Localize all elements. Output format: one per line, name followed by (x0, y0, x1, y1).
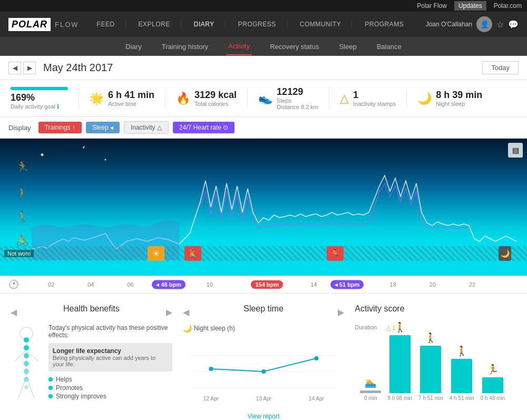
bar-group-walk3: 🚶 4 h 51 min (450, 345, 474, 401)
inactivity-filter-btn[interactable]: Inactivity △ (124, 121, 169, 134)
nav-programs[interactable]: PROGRAMS (363, 21, 414, 28)
svg-point-20 (24, 337, 29, 343)
sleep-night-label: 🌙 Night sleep (h) (183, 324, 345, 333)
next-date-arrow[interactable]: ▶ (23, 62, 36, 74)
progress-bar-bg (11, 87, 68, 90)
subnav-diary[interactable]: Diary (123, 38, 143, 55)
nav-explore[interactable]: EXPLORE (136, 21, 181, 28)
svg-text:13 Apr: 13 Apr (256, 396, 272, 402)
bar-label-walk1: 9 h 08 min (387, 395, 412, 401)
today-button[interactable]: Today (482, 61, 519, 74)
view-report-link[interactable]: View report (183, 413, 345, 420)
progress-bar-fill (11, 87, 68, 90)
activity-score-chart-area: △ 1 🏊 0 min 🚶 9 h 08 min 🚶 (355, 333, 516, 401)
inactivity-value: 1 (353, 90, 396, 101)
sleep-prev-arrow[interactable]: ◀ (183, 307, 189, 317)
body-svg (11, 324, 42, 419)
bar-icon-walk1: 🚶 (394, 321, 406, 333)
nav-links: FEED EXPLORE DIARY PROGRESS COMMUNITY PR… (95, 21, 426, 28)
health-highlight: Longer life expectancy Being physically … (48, 343, 172, 372)
active-time-label: Active time (108, 101, 154, 107)
avatar[interactable]: 👤 (476, 16, 492, 32)
not-worn-bar: Not worn (0, 246, 527, 261)
prev-date-arrow[interactable]: ◀ (8, 62, 21, 74)
time-label-14: 14 (310, 281, 317, 288)
sleep-time-title: Sleep time (243, 304, 284, 314)
svg-point-21 (24, 345, 29, 350)
bar-walk3 (451, 359, 472, 393)
subnav-activity[interactable]: Activity (226, 38, 252, 55)
active-time-icon: 🌟 (90, 92, 104, 105)
star-icon[interactable]: ☆ (496, 19, 504, 30)
bar-icon-run: 🏃 (487, 364, 499, 375)
time-label-06: 06 (127, 281, 133, 288)
subnav-training-history[interactable]: Training history (160, 38, 210, 55)
activity-badge-sleep: 🌙 (499, 246, 511, 261)
nav-community[interactable]: COMMUNITY (298, 21, 353, 28)
svg-text:12 Apr: 12 Apr (203, 396, 219, 402)
health-legend: Helps Promotes Strongly improves (48, 376, 172, 400)
subnav-recovery-status[interactable]: Recovery status (268, 38, 321, 55)
bar-icon-walk3: 🚶 (456, 345, 467, 357)
health-next-arrow[interactable]: ▶ (166, 307, 172, 317)
bpm-badge-48: ◂ 48 bpm (152, 280, 186, 289)
sleep-chart: 12 Apr 13 Apr 14 Apr (183, 335, 345, 408)
bar-icon-walk2: 🚶 (425, 332, 436, 344)
current-date: May 24th 2017 (43, 62, 113, 74)
stat-inactivity: △ 1 Inactivity stamps (329, 90, 407, 107)
bar-walk1 (389, 335, 411, 393)
duration-label: Duration (355, 324, 516, 330)
brand-name: POLAR (8, 18, 51, 31)
svg-text:🚶: 🚶 (16, 187, 29, 199)
stat-goal-value: 169% (11, 92, 68, 103)
svg-point-24 (24, 369, 29, 374)
clock-icon: 🕐 (8, 279, 19, 289)
bar-label-walk2: 7 h 51 min (418, 395, 443, 401)
bar-chart-container: 🏊 0 min 🚶 9 h 08 min 🚶 7 h 51 min (355, 333, 516, 401)
sleep-next-arrow[interactable]: ▶ (338, 307, 344, 317)
user-section: Joan O'Callahan 👤 ☆ 💬 (426, 16, 519, 32)
chart-filter-icon[interactable]: ▤ (508, 143, 523, 158)
time-label-22: 22 (469, 281, 475, 288)
filter-icon: ▤ (512, 146, 519, 154)
steps-sub: Distance 8.2 km (277, 104, 318, 110)
bar-icon-swim: 🏊 (365, 377, 376, 388)
svg-point-26 (24, 385, 28, 389)
subnav-balance[interactable]: Balance (375, 38, 404, 55)
bar-group-walk2: 🚶 7 h 51 min (418, 332, 443, 401)
svg-point-25 (24, 377, 29, 382)
svg-point-22 (24, 353, 29, 358)
bar-group-swim: 🏊 0 min (360, 377, 381, 401)
sleep-chart-svg: 12 Apr 13 Apr 14 Apr (183, 340, 345, 403)
polar-flow-link[interactable]: Polar Flow (417, 2, 447, 9)
health-highlight-desc: Being physically active can add years to… (53, 355, 168, 367)
activity-badge-run: 🏃 (327, 246, 344, 261)
svg-text:🏃: 🏃 (16, 160, 29, 173)
nav-diary[interactable]: DIARY (192, 21, 226, 28)
nav-feed[interactable]: FEED (95, 21, 126, 28)
sleep-filter-btn[interactable]: Sleep ◂ (86, 122, 120, 133)
activity-score-panel: Activity score Duration △ 1 🏊 0 min 🚶 9 … (355, 304, 516, 420)
bar-group-walk1: 🚶 9 h 08 min (387, 321, 412, 401)
subnav-sleep[interactable]: Sleep (337, 38, 358, 55)
polar-com-link[interactable]: Polar.com (494, 2, 522, 9)
message-icon[interactable]: 💬 (508, 19, 519, 30)
bar-label-swim: 0 min (364, 395, 377, 401)
legend-label-promotes: Promotes (56, 384, 83, 392)
sleep-value: 8 h 39 min (436, 90, 482, 101)
bar-walk2 (420, 346, 441, 393)
legend-helps: Helps (48, 376, 172, 383)
trainings-filter-btn[interactable]: Trainings ↑ (38, 122, 82, 133)
heartrate-filter-btn[interactable]: 24/7 Heart rate ⊙ (173, 122, 235, 133)
bottom-panels: ◀ Health benefits ▶ (0, 294, 527, 420)
nav-progress[interactable]: PROGRESS (236, 21, 287, 28)
health-prev-arrow[interactable]: ◀ (11, 307, 17, 317)
health-text-content: Today's physical activity has these posi… (48, 324, 172, 420)
updates-button[interactable]: Updates (454, 1, 486, 11)
top-bar: Polar Flow Updates Polar.com (0, 0, 527, 12)
activity-badge-sun: ☀ (148, 246, 164, 261)
steps-icon: 👟 (258, 92, 272, 105)
bar-label-walk3: 4 h 51 min (450, 395, 474, 401)
time-label-04: 04 (87, 281, 94, 288)
svg-point-32 (314, 356, 318, 360)
